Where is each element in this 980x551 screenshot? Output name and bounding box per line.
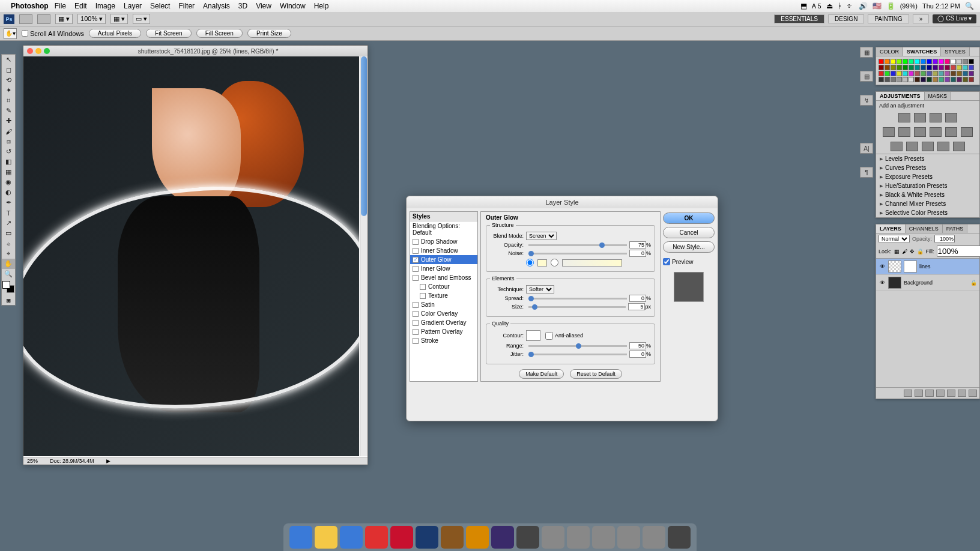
curves-icon[interactable] — [930, 113, 942, 122]
marquee-tool-icon[interactable]: ◻ — [2, 65, 15, 75]
move-tool-icon[interactable]: ↖ — [2, 55, 15, 65]
swatch[interactable] — [891, 59, 896, 64]
dock-desk2[interactable] — [567, 526, 590, 549]
swatch[interactable] — [909, 65, 914, 70]
swatch[interactable] — [957, 59, 962, 64]
vertical-scrollbar[interactable] — [360, 56, 368, 456]
preset-black-&-white-presets[interactable]: Black & White Presets — [876, 190, 979, 199]
swatches-tab[interactable]: SWATCHES — [903, 47, 941, 56]
swatch[interactable] — [933, 65, 938, 70]
bluetooth-icon[interactable]: ᚼ — [838, 2, 842, 10]
swatch[interactable] — [951, 71, 956, 76]
menu-edit[interactable]: Edit — [74, 2, 87, 10]
anti-aliased-checkbox[interactable]: Anti-aliased — [545, 332, 583, 340]
preset-selective-color-presets[interactable]: Selective Color Presets — [876, 208, 979, 217]
swatch[interactable] — [885, 65, 890, 70]
battery-icon[interactable]: 🔋 — [886, 2, 895, 10]
swatch[interactable] — [957, 77, 962, 82]
dock-rss[interactable] — [466, 526, 489, 549]
history-brush-tool-icon[interactable]: ↺ — [2, 146, 15, 157]
swatch[interactable] — [969, 65, 974, 70]
layer-name[interactable]: lines — [919, 263, 931, 269]
3d-camera-tool-icon[interactable]: ⌖ — [2, 248, 15, 259]
adj-layer-icon[interactable] — [936, 390, 945, 397]
fit-screen-button[interactable]: Fit Screen — [146, 29, 192, 38]
fill-screen-button[interactable]: Fill Screen — [196, 29, 243, 38]
3d-tool-icon[interactable]: ⟐ — [2, 238, 15, 248]
app-name[interactable]: Photoshop — [11, 2, 49, 10]
adjustments-tab[interactable]: ADJUSTMENTS — [876, 92, 925, 100]
swatch[interactable] — [879, 71, 884, 76]
swatch[interactable] — [909, 77, 914, 82]
style-checkbox[interactable] — [413, 248, 419, 254]
style-item-outer-glow[interactable]: ✓Outer Glow — [410, 255, 477, 264]
dock-bridge[interactable] — [441, 526, 464, 549]
menu-select[interactable]: Select — [150, 2, 170, 10]
dock-desk5[interactable] — [643, 526, 665, 549]
menu-analysis[interactable]: Analysis — [203, 2, 230, 10]
view-extras-dropdown[interactable]: ▦ ▾ — [55, 14, 73, 24]
style-item-contour[interactable]: Contour — [410, 282, 477, 291]
style-checkbox[interactable] — [413, 311, 419, 317]
swatch[interactable] — [885, 59, 890, 64]
photo-filter-icon[interactable] — [945, 127, 957, 137]
swatch[interactable] — [879, 59, 884, 64]
swatch[interactable] — [909, 59, 914, 64]
workspace-design[interactable]: DESIGN — [828, 14, 864, 23]
swatch[interactable] — [939, 77, 944, 82]
swatch[interactable] — [945, 59, 950, 64]
preset-curves-presets[interactable]: Curves Presets — [876, 163, 979, 172]
jitter-slider[interactable] — [528, 354, 627, 355]
menu-help[interactable]: Help — [314, 2, 329, 10]
swatch[interactable] — [927, 77, 932, 82]
channels-tab[interactable]: CHANNELS — [906, 224, 943, 233]
style-item-stroke[interactable]: Stroke — [410, 336, 477, 345]
style-checkbox[interactable] — [413, 239, 419, 245]
layer-thumb[interactable] — [888, 277, 901, 289]
heal-tool-icon[interactable]: ✚ — [2, 116, 15, 126]
swatch[interactable] — [951, 59, 956, 64]
swatch[interactable] — [951, 77, 956, 82]
swatch[interactable] — [921, 59, 926, 64]
range-input[interactable] — [629, 342, 646, 349]
wifi-icon[interactable]: ᯤ — [847, 2, 854, 10]
colorbal-icon[interactable] — [914, 127, 926, 137]
size-input[interactable] — [628, 303, 645, 310]
technique-select[interactable]: Softer — [526, 285, 554, 294]
color-radio[interactable] — [526, 259, 534, 266]
lock-pixel-icon[interactable]: 🖌 — [902, 248, 907, 254]
bridge-icon[interactable] — [19, 14, 32, 24]
actions-panel-icon[interactable]: ▤ — [860, 71, 873, 82]
gradmap-icon[interactable] — [937, 142, 949, 151]
swatch[interactable] — [903, 65, 908, 70]
swatch[interactable] — [921, 65, 926, 70]
exposure-icon[interactable] — [945, 113, 957, 122]
visibility-icon[interactable]: 👁 — [879, 263, 886, 270]
style-item-satin[interactable]: Satin — [410, 300, 477, 309]
swatch[interactable] — [879, 65, 884, 70]
document-titlebar[interactable]: shutterstock_75418120.jpg @ 25% (lines, … — [23, 46, 368, 56]
opacity-input[interactable] — [629, 241, 646, 248]
eraser-tool-icon[interactable]: ◧ — [2, 157, 15, 167]
spread-input[interactable] — [629, 295, 646, 302]
swatch[interactable] — [963, 71, 968, 76]
dock-music[interactable] — [516, 526, 539, 549]
style-item-inner-shadow[interactable]: Inner Shadow — [410, 246, 477, 255]
style-checkbox[interactable] — [413, 302, 419, 308]
eject-icon[interactable]: ⏏ — [826, 2, 833, 10]
workspace-essentials[interactable]: ESSENTIALS — [774, 14, 824, 23]
swatch[interactable] — [915, 77, 920, 82]
volume-icon[interactable]: 🔊 — [859, 2, 868, 10]
status-arrow-icon[interactable]: ▶ — [106, 458, 110, 464]
swatch[interactable] — [951, 65, 956, 70]
minimize-icon[interactable] — [35, 48, 41, 54]
swatch[interactable] — [945, 77, 950, 82]
quickmask-icon[interactable]: ◙ — [2, 295, 15, 305]
char-panel-icon[interactable]: A| — [860, 143, 873, 154]
style-checkbox[interactable] — [413, 275, 419, 281]
hue-icon[interactable] — [898, 127, 910, 137]
status-doc[interactable]: Doc: 28.9M/34.4M — [50, 458, 94, 464]
layer-fx-thumb[interactable] — [904, 260, 917, 272]
style-checkbox[interactable] — [413, 266, 419, 272]
menu-file[interactable]: File — [55, 2, 66, 10]
